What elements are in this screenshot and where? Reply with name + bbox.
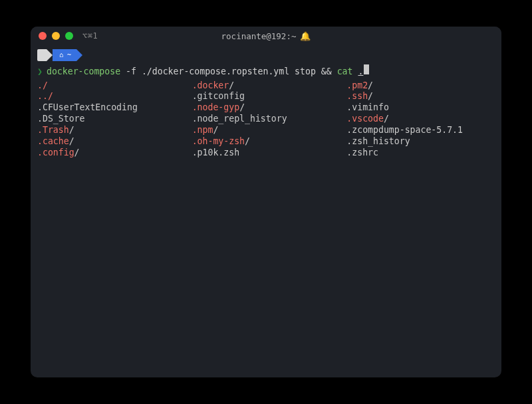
list-item[interactable]: .oh-my-zsh/ [192,136,340,148]
apple-segment [37,49,47,61]
directory-name: .cache [37,136,69,146]
file-name: .node_repl_history [192,114,287,124]
cursor-icon [364,64,369,74]
directory-name: .node-gyp [192,102,239,112]
file-name: .CFUserTextEncoding [37,102,138,112]
file-name: .viminfo [346,102,389,112]
home-icon: ⌂ ~ [59,51,71,60]
file-name: .p10k.zsh [192,148,239,157]
listing-col-1: ./../.CFUserTextEncoding.DS_Store.Trash/… [37,80,186,159]
cmd-cat: cat [332,66,358,78]
slash: / [384,114,389,124]
list-item[interactable]: .node_repl_history [192,114,340,125]
list-item[interactable]: .p10k.zsh [192,148,340,159]
list-item[interactable]: .DS_Store [37,114,186,125]
list-item[interactable]: .zsh_history [346,136,495,148]
cmd-flag: -f [120,66,142,78]
file-name: .zsh_history [346,136,410,146]
directory-name: .npm [192,125,213,135]
list-item[interactable]: ./ [37,80,186,92]
tab-shortcut-label: ⌥⌘1 [82,31,98,41]
list-item[interactable]: .cache/ [37,136,186,148]
list-item[interactable]: .gitconfig [192,91,340,102]
directory-name: .Trash [37,125,69,135]
list-item[interactable]: .docker/ [192,80,340,92]
list-item[interactable]: .npm/ [192,125,340,136]
list-item[interactable]: .pm2/ [346,80,495,92]
slash: / [245,136,250,146]
slash: / [368,80,373,90]
list-item[interactable]: ../ [37,91,186,102]
cmd-operator: && [321,66,332,78]
list-item[interactable]: .node-gyp/ [192,102,340,114]
directory-name: .vscode [346,114,384,124]
completion-listing: ./../.CFUserTextEncoding.DS_Store.Trash/… [37,80,495,159]
command-line[interactable]: ❯ docker-compose -f ./docker-compose.rop… [37,64,495,78]
list-item[interactable]: .zcompdump-space-5.7.1 [346,125,495,136]
list-item[interactable]: .Trash/ [37,125,186,136]
terminal-window: ⌥⌘1 rocinante@192:~ 🔔 ⌂ ~ ❯ docker-compo… [31,27,501,377]
slash: / [239,102,245,112]
terminal-content[interactable]: ⌂ ~ ❯ docker-compose -f ./docker-compose… [31,45,501,377]
directory-name: ./ [37,80,48,90]
list-item[interactable]: .zshrc [346,148,495,159]
window-title: rocinante@192:~ 🔔 [221,31,311,41]
listing-col-2: .docker/.gitconfig.node-gyp/.node_repl_h… [192,80,340,159]
slash: / [74,148,80,157]
slash: / [69,136,74,146]
file-name: .gitconfig [192,91,245,101]
file-name: .zshrc [346,148,378,157]
list-item[interactable]: .CFUserTextEncoding [37,102,186,114]
list-item[interactable]: .vscode/ [346,114,495,125]
directory-name: .ssh [346,91,368,101]
file-name: .zcompdump-space-5.7.1 [346,125,463,135]
cmd-typed: . [358,66,363,78]
slash: / [69,125,74,135]
directory-name: .oh-my-zsh [192,136,245,146]
home-segment: ⌂ ~ [53,49,76,61]
prompt-breadcrumb: ⌂ ~ [37,48,495,62]
directory-name: .config [37,148,74,157]
prompt-chevron-icon: ❯ [37,66,43,78]
directory-name: .docker [192,80,229,90]
list-item[interactable]: .config/ [37,148,186,159]
directory-name: .pm2 [346,80,368,90]
cmd-arg: ./docker-compose.ropsten.yml stop [142,66,321,78]
cmd-docker-compose: docker-compose [47,66,120,78]
close-icon[interactable] [39,32,47,40]
list-item[interactable]: .viminfo [346,102,495,114]
list-item[interactable]: .ssh/ [346,91,495,102]
bell-icon: 🔔 [300,31,311,41]
title-text: rocinante@192:~ [221,31,297,41]
listing-col-3: .pm2/.ssh/.viminfo.vscode/.zcompdump-spa… [346,80,495,159]
slash: / [213,125,218,135]
directory-name: ../ [37,91,53,101]
slash: / [229,80,234,90]
window-controls [39,32,73,40]
zoom-icon[interactable] [65,32,73,40]
minimize-icon[interactable] [52,32,60,40]
file-name: .DS_Store [37,114,84,124]
slash: / [368,91,373,101]
titlebar: ⌥⌘1 rocinante@192:~ 🔔 [31,27,501,45]
